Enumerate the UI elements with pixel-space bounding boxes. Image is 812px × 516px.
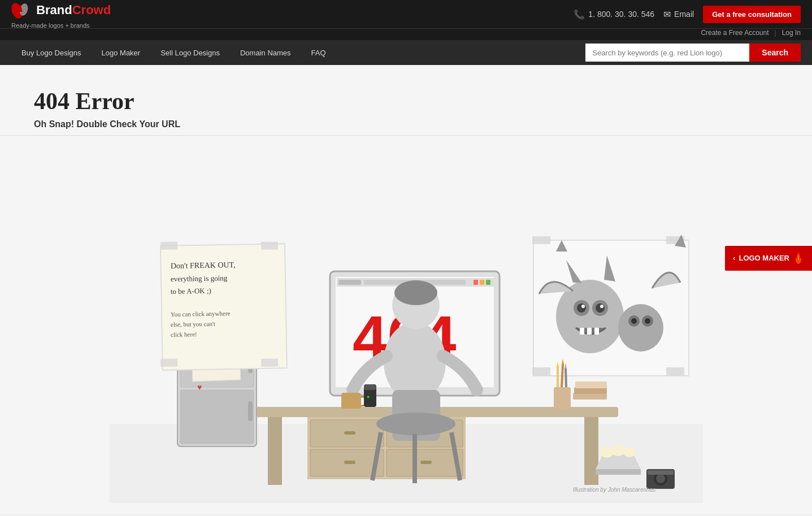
email-area[interactable]: ✉ Email [663, 9, 694, 20]
svg-point-36 [384, 322, 446, 401]
svg-text:Illustration by John Mascarenh: Illustration by John Mascarenhas [573, 487, 655, 493]
nav-faq[interactable]: FAQ [301, 40, 336, 65]
svg-rect-92 [575, 381, 607, 388]
phone-icon: 📞 [574, 9, 585, 20]
svg-text:★: ★ [366, 394, 370, 400]
email-icon: ✉ [663, 9, 671, 20]
svg-rect-100 [648, 470, 674, 475]
svg-rect-48 [261, 358, 278, 367]
nav-domain-names[interactable]: Domain Names [230, 40, 301, 65]
logo-maker-tab[interactable]: ‹ LOGO MAKER [725, 246, 812, 271]
svg-rect-69 [580, 328, 584, 335]
svg-point-75 [631, 318, 637, 324]
brand-name-part1: Brand [36, 3, 72, 17]
svg-rect-93 [596, 469, 641, 475]
svg-point-68 [600, 305, 603, 308]
logo-area[interactable]: BrandCrowd Ready-made logos + brands [11, 0, 111, 29]
nav-sell-logo[interactable]: Sell Logo Designs [150, 40, 230, 65]
svg-point-40 [376, 413, 455, 435]
phone-area: 📞 1. 800. 30. 30. 546 [574, 9, 654, 20]
nav-bar: Buy Logo Designs Logo Maker Sell Logo De… [0, 40, 812, 65]
svg-rect-33 [474, 280, 478, 285]
svg-rect-58 [532, 367, 550, 375]
search-input[interactable] [585, 44, 749, 62]
top-bar-left: BrandCrowd Ready-made logos + brands [11, 0, 111, 29]
svg-point-65 [577, 303, 586, 313]
svg-text:You can click anywhere: You can click anywhere [170, 310, 230, 318]
svg-point-72 [618, 304, 663, 352]
search-area: Search [585, 44, 801, 62]
svg-text:everything is going: everything is going [170, 274, 227, 283]
svg-point-38 [394, 280, 437, 305]
svg-rect-34 [480, 280, 484, 285]
brand-icon [11, 0, 29, 22]
svg-rect-83 [554, 387, 571, 409]
illustration-area: BrandCrowd logo designs ♥ 404 [0, 136, 812, 514]
top-bar-right: 📞 1. 800. 30. 30. 546 ✉ Email Get a free… [574, 6, 801, 23]
logo-maker-label: LOGO MAKER [739, 254, 789, 262]
logo-tagline: Ready-made logos + brands [11, 22, 111, 29]
create-account-link[interactable]: Create a Free Account [701, 29, 768, 37]
svg-rect-46 [261, 241, 278, 250]
svg-rect-13 [344, 461, 355, 464]
svg-line-85 [562, 365, 563, 387]
svg-text:click here!: click here! [170, 331, 197, 338]
svg-point-96 [623, 447, 636, 457]
svg-rect-71 [594, 328, 599, 335]
secondary-bar: Create a Free Account | Log In [0, 28, 812, 40]
svg-point-99 [656, 474, 665, 483]
svg-rect-12 [344, 431, 355, 435]
svg-rect-5 [268, 417, 282, 485]
svg-rect-47 [160, 358, 177, 367]
svg-rect-59 [666, 367, 684, 375]
nav-buy-logo[interactable]: Buy Logo Designs [11, 40, 92, 65]
email-label: Email [674, 10, 694, 19]
phone-number: 1. 800. 30. 30. 546 [588, 10, 654, 19]
svg-rect-15 [420, 461, 432, 464]
error-subtitle: Oh Snap! Double Check Your URL [34, 119, 778, 129]
svg-point-95 [611, 445, 626, 456]
separator: | [775, 29, 776, 37]
svg-rect-70 [587, 328, 592, 335]
nav-links: Buy Logo Designs Logo Maker Sell Logo De… [11, 40, 585, 65]
error-header: 404 Error Oh Snap! Double Check Your URL [0, 65, 812, 136]
top-bar: BrandCrowd Ready-made logos + brands 📞 1… [0, 0, 812, 28]
consultation-button[interactable]: Get a free consultation [703, 6, 801, 23]
svg-rect-45 [160, 241, 177, 250]
login-link[interactable]: Log In [782, 29, 801, 37]
nav-logo-maker[interactable]: Logo Maker [92, 40, 151, 65]
svg-rect-18 [180, 390, 254, 444]
brand-name-part2: Crowd [72, 3, 111, 17]
main-content: 404 Error Oh Snap! Double Check Your URL [0, 65, 812, 514]
svg-text:♥: ♥ [197, 383, 202, 392]
search-button[interactable]: Search [749, 44, 801, 62]
svg-text:Don't FREAK OUT,: Don't FREAK OUT, [170, 261, 235, 270]
svg-text:else, but you can't: else, but you can't [170, 320, 215, 328]
404-illustration: BrandCrowd logo designs ♥ 404 [110, 147, 703, 503]
svg-point-66 [596, 303, 605, 313]
logo-maker-arrow: ‹ [733, 254, 735, 262]
logo-maker-flame-icon [793, 252, 804, 265]
svg-rect-35 [486, 280, 490, 285]
svg-text:to be A-OK ;): to be A-OK ;) [170, 287, 211, 296]
svg-rect-79 [341, 393, 361, 409]
svg-point-76 [645, 318, 650, 324]
svg-rect-56 [532, 236, 550, 244]
svg-line-86 [566, 368, 566, 387]
svg-point-67 [581, 305, 585, 308]
svg-rect-81 [364, 384, 376, 390]
logo-text: BrandCrowd [11, 0, 111, 22]
svg-rect-31 [338, 280, 361, 285]
svg-rect-20 [248, 401, 253, 421]
error-title: 404 Error [34, 88, 778, 115]
